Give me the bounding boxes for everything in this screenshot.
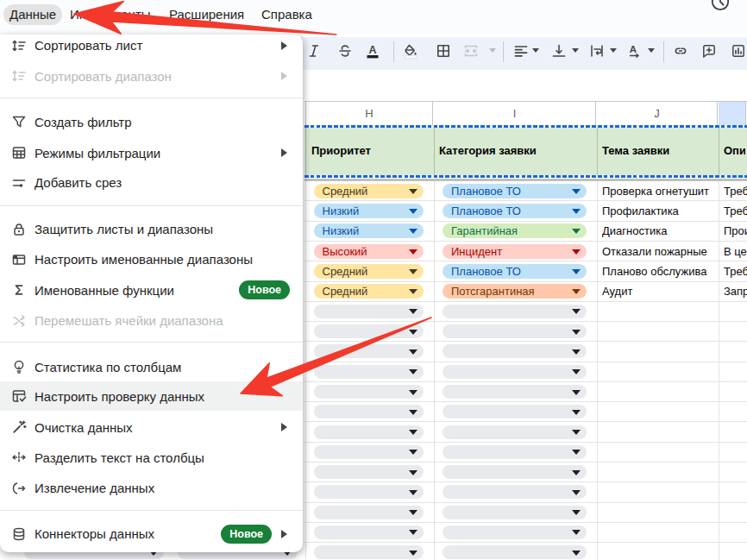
menu-item-sort-sheet[interactable]: Сортировать лист (0, 30, 303, 60)
cell-text[interactable]: Диагностика (602, 222, 717, 241)
menu-item-protect[interactable]: Защитить листы и диапазоны (0, 214, 303, 244)
chip-dropdown-arrow-icon (409, 490, 417, 495)
empty-dropdown-chip[interactable] (314, 324, 424, 338)
cell-text[interactable]: Отказали пожарные (602, 242, 717, 261)
chip-dropdown-arrow-icon (409, 349, 417, 355)
menu-item-named-functions[interactable]: Именованные функцииНовое (0, 275, 303, 305)
empty-dropdown-chip[interactable] (443, 545, 587, 559)
dropdown-chip[interactable]: Потсгарантиная (443, 284, 587, 299)
empty-dropdown-chip[interactable] (443, 324, 587, 338)
header-cell[interactable]: Описание (724, 127, 745, 175)
column-header-partial[interactable] (719, 101, 746, 125)
cell-text[interactable]: Прои (724, 222, 747, 241)
chip-label: Средний (323, 264, 368, 279)
cell-text[interactable]: Запр (724, 282, 747, 301)
empty-dropdown-chip[interactable] (314, 405, 424, 418)
chip-dropdown-arrow-icon (572, 330, 581, 335)
menu-item-randomize[interactable]: Перемешать ячейки диапазона (0, 305, 303, 336)
menu-item-data-extraction[interactable]: Извлечение данных (0, 473, 303, 503)
empty-dropdown-chip[interactable] (443, 405, 587, 418)
menu-item-label: Сортировать диапазон (35, 61, 172, 91)
empty-dropdown-chip[interactable] (314, 525, 424, 539)
menu-item-sort-range[interactable]: Сортировать диапазон (0, 61, 303, 91)
dropdown-chip[interactable]: Высокий (314, 244, 424, 259)
dropdown-chip[interactable]: Средний (314, 284, 424, 299)
empty-dropdown-chip[interactable] (314, 485, 424, 499)
menu-item-data-connectors[interactable]: Коннекторы данныхНовое (0, 519, 303, 549)
table-row (304, 503, 747, 523)
cell-text[interactable]: Профилактика (602, 201, 717, 220)
empty-dropdown-chip[interactable] (443, 445, 587, 459)
cell-text[interactable]: В це (724, 242, 747, 261)
column-header-J[interactable]: J (597, 101, 718, 125)
cell-text[interactable]: Планово обслужива (602, 261, 717, 280)
cell-text[interactable]: Треб (724, 201, 747, 220)
cell-text[interactable]: Треб (724, 261, 747, 280)
column-header-I[interactable]: I (434, 101, 596, 125)
chip-dropdown-arrow-icon (572, 390, 581, 395)
table-row (304, 422, 747, 442)
empty-dropdown-chip[interactable] (314, 305, 424, 318)
header-cell[interactable]: Тема заявки (602, 127, 717, 175)
chip-dropdown-arrow-icon (409, 430, 417, 435)
chip-dropdown-arrow-icon (409, 249, 417, 255)
empty-dropdown-chip[interactable] (443, 485, 587, 499)
menu-item-column-stats[interactable]: Статистика по столбцам (0, 352, 303, 382)
empty-dropdown-chip[interactable] (443, 465, 587, 479)
empty-dropdown-chip[interactable] (314, 506, 424, 519)
table-row (304, 342, 747, 362)
dropdown-chip[interactable]: Низкий (314, 223, 424, 238)
data-connectors-icon (10, 525, 28, 543)
chip-dropdown-arrow-icon (409, 551, 417, 556)
data-extraction-icon (10, 480, 28, 497)
dropdown-chip[interactable]: Средний (314, 264, 424, 279)
empty-dropdown-chip[interactable] (443, 305, 587, 318)
empty-dropdown-chip[interactable] (443, 425, 587, 439)
dropdown-chip[interactable]: Плановое ТО (443, 184, 587, 198)
grid-line (719, 181, 719, 560)
dropdown-chip[interactable]: Низкий (314, 204, 424, 218)
cell-text[interactable]: Треб (724, 181, 747, 200)
dropdown-chip[interactable]: Плановое ТО (443, 264, 587, 279)
table-row (304, 523, 747, 543)
dropdown-chip[interactable]: Инцидент (443, 244, 587, 259)
header-cell[interactable]: Категория заявки (439, 127, 595, 175)
dropdown-chip[interactable]: Гарантийная (443, 223, 587, 238)
menu-item-slicer[interactable]: Добавить срез (0, 167, 303, 198)
empty-dropdown-chip[interactable] (314, 344, 424, 358)
cell-text[interactable]: Проверка огнетушит (602, 181, 717, 200)
dropdown-chip[interactable]: Средний (314, 184, 424, 198)
empty-dropdown-chip[interactable] (314, 445, 424, 459)
empty-dropdown-chip[interactable] (443, 365, 587, 379)
header-cell[interactable]: Приоритет (311, 127, 432, 175)
chip-label: Потсгарантиная (451, 284, 535, 299)
column-header-H[interactable]: H (306, 101, 433, 125)
submenu-arrow-icon (281, 41, 287, 50)
menu-item-filter[interactable]: Создать фильтр (0, 107, 303, 137)
empty-dropdown-chip[interactable] (443, 385, 587, 399)
empty-dropdown-chip[interactable] (314, 545, 424, 559)
chip-dropdown-arrow-icon (572, 430, 581, 435)
split-text-icon (10, 449, 28, 466)
empty-dropdown-chip[interactable] (314, 425, 424, 439)
menu-item-label: Защитить листы и диапазоны (35, 214, 213, 244)
slicer-icon (10, 174, 28, 192)
menu-item-data-cleanup[interactable]: Очистка данных (0, 412, 303, 443)
filter-icon (10, 113, 28, 130)
menu-item-named-ranges[interactable]: Настроить именованные диапазоны (0, 244, 303, 274)
empty-dropdown-chip[interactable] (443, 344, 587, 358)
empty-dropdown-chip[interactable] (314, 385, 424, 399)
empty-dropdown-chip[interactable] (443, 506, 587, 519)
menu-item-filter-views[interactable]: Режимы фильтрации (0, 138, 303, 168)
menu-item-data-validation[interactable]: Настроить проверку данных (0, 381, 303, 411)
chip-dropdown-arrow-icon (409, 209, 417, 214)
dropdown-chip[interactable]: Плановое ТО (443, 204, 587, 218)
empty-dropdown-chip[interactable] (314, 365, 424, 379)
chip-dropdown-arrow-icon (572, 309, 581, 314)
sort-range-icon (10, 67, 28, 85)
menu-item-label: Перемешать ячейки диапазона (35, 305, 223, 336)
menu-item-split-text[interactable]: Разделить текст на столбцы (0, 443, 303, 473)
empty-dropdown-chip[interactable] (443, 525, 587, 539)
cell-text[interactable]: Аудит (602, 282, 717, 301)
empty-dropdown-chip[interactable] (314, 465, 424, 479)
